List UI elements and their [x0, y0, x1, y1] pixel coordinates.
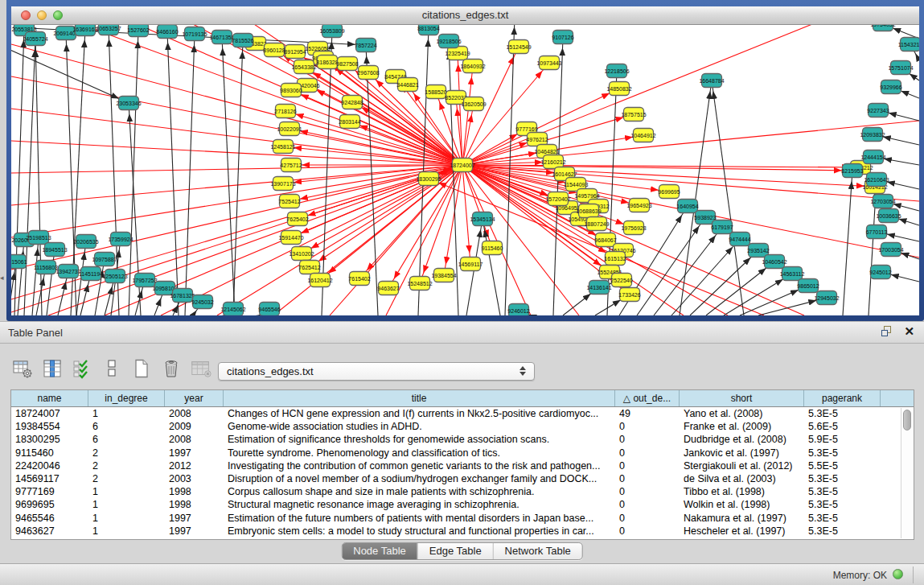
- graph-node[interactable]: 9246012: [507, 304, 529, 316]
- tab-network-table[interactable]: Network Table: [494, 543, 582, 559]
- graph-node[interactable]: 9329966: [880, 80, 901, 94]
- table-row[interactable]: 946362711997Embryonic stem cells: a mode…: [11, 525, 914, 538]
- graph-node[interactable]: 4275712: [280, 159, 302, 172]
- graph-node[interactable]: 9107126: [552, 31, 573, 44]
- graph-node[interactable]: 15914470: [278, 231, 303, 245]
- graph-node[interactable]: 9827508: [336, 57, 358, 71]
- table-cell-name[interactable]: 9777169: [11, 485, 88, 498]
- graph-node[interactable]: 9699695: [658, 185, 680, 199]
- minimize-window-icon[interactable]: [37, 10, 47, 20]
- column-header-out_degree[interactable]: △ out_de...: [615, 390, 680, 406]
- graph-node[interactable]: 8215953: [841, 164, 863, 178]
- table-cell-in_degree[interactable]: 6: [88, 433, 165, 446]
- table-cell-short[interactable]: Tibbo et al. (1998): [680, 485, 804, 498]
- graph-node[interactable]: 10688639: [576, 204, 601, 218]
- graph-node[interactable]: 16053809: [319, 25, 344, 38]
- graph-node[interactable]: 9245032: [191, 295, 213, 309]
- graph-node[interactable]: 9115460: [482, 241, 503, 255]
- graph-node[interactable]: 13410202: [289, 247, 314, 261]
- graph-node[interactable]: 14569117: [458, 257, 483, 271]
- table-cell-name[interactable]: 9465546: [11, 512, 88, 525]
- table-cell-short[interactable]: Dudbridge et al. (2008): [680, 433, 804, 446]
- graph-node[interactable]: 7857224: [355, 39, 376, 52]
- table-cell-pagerank[interactable]: 5.3E-5: [804, 447, 881, 459]
- graph-node[interactable]: 19754032: [870, 25, 895, 31]
- table-row[interactable]: 946554611997Estimation of the future num…: [11, 512, 914, 525]
- graph-node[interactable]: 19384554: [431, 269, 456, 282]
- table-cell-title[interactable]: Estimation of the future numbers of pati…: [224, 512, 615, 525]
- table-cell-year[interactable]: 1997: [165, 525, 224, 538]
- graph-node[interactable]: 15720407: [545, 192, 570, 206]
- graph-node[interactable]: 16543382: [291, 60, 316, 74]
- table-cell-short[interactable]: Jankovic et al. (1997): [680, 447, 804, 459]
- table-cell-title[interactable]: Investigating the contribution of common…: [224, 459, 615, 472]
- graph-node[interactable]: 3446821: [396, 78, 418, 92]
- graph-node[interactable]: 12093832: [860, 128, 885, 142]
- table-row[interactable]: 911546021997Tourette syndrome. Phenomeno…: [11, 447, 914, 459]
- vertical-scrollbar[interactable]: [901, 408, 913, 538]
- table-cell-name[interactable]: 22420046: [11, 459, 88, 472]
- graph-node[interactable]: 1588520: [425, 85, 446, 99]
- graph-node[interactable]: 15345134: [470, 212, 495, 226]
- table-cell-title[interactable]: Tourette syndrome. Phenomenology and cla…: [224, 447, 615, 459]
- clear-selection-button[interactable]: [101, 357, 123, 380]
- table-cell-year[interactable]: 1998: [165, 498, 224, 511]
- network-canvas[interactable]: 1872400718300295766382289601288912954152…: [11, 25, 919, 315]
- graph-node[interactable]: 7625402: [286, 212, 308, 226]
- table-cell-out_degree[interactable]: 0: [615, 512, 680, 525]
- table-cell-name[interactable]: 14569117: [11, 472, 88, 485]
- table-cell-year[interactable]: 1997: [165, 447, 224, 459]
- graph-node[interactable]: 10653257: [96, 25, 121, 35]
- graph-node[interactable]: 9474444: [729, 233, 750, 246]
- graph-node[interactable]: 2803144: [339, 115, 360, 129]
- graph-node[interactable]: 16120412: [307, 274, 332, 287]
- tab-edge-table[interactable]: Edge Table: [418, 543, 494, 559]
- graph-node[interactable]: 11156803: [34, 261, 58, 274]
- table-cell-out_degree[interactable]: 0: [615, 472, 680, 485]
- table-cell-name[interactable]: 9463627: [11, 525, 88, 538]
- graph-node[interactable]: 18807249: [584, 217, 609, 231]
- graph-node[interactable]: 10464912: [630, 129, 655, 142]
- table-cell-short[interactable]: Yano et al. (2008): [680, 407, 804, 420]
- graph-node[interactable]: 12458121: [270, 140, 295, 154]
- table-cell-short[interactable]: de Silva et al. (2003): [680, 472, 804, 485]
- table-selector-dropdown[interactable]: citations_edges.txt: [218, 362, 535, 381]
- table-cell-out_degree[interactable]: 0: [615, 433, 680, 446]
- graph-node[interactable]: 18724007: [450, 159, 474, 172]
- graph-node[interactable]: 9242848: [341, 96, 363, 109]
- table-cell-year[interactable]: 1997: [165, 512, 224, 525]
- graph-node[interactable]: 12218506: [604, 64, 629, 78]
- table-cell-title[interactable]: Changes of HCN gene expression and I(f) …: [224, 407, 615, 420]
- table-cell-title[interactable]: Embryonic stem cells: a model to study s…: [224, 525, 615, 538]
- table-cell-out_degree[interactable]: 0: [615, 485, 680, 498]
- graph-node[interactable]: 8466160: [156, 25, 178, 39]
- network-window-titlebar[interactable]: citations_edges.txt: [11, 6, 919, 25]
- table-cell-in_degree[interactable]: 2: [88, 459, 165, 472]
- graph-node[interactable]: 8186328: [316, 56, 338, 69]
- graph-node[interactable]: 8960128: [263, 43, 285, 57]
- close-panel-icon[interactable]: ✕: [904, 326, 914, 337]
- graph-node[interactable]: 15751074: [888, 61, 913, 75]
- column-header-short[interactable]: short: [680, 390, 804, 406]
- graph-node[interactable]: 9227343: [867, 104, 889, 117]
- graph-node[interactable]: 16210643: [864, 173, 889, 187]
- column-header-in_degree[interactable]: in_degree: [88, 390, 165, 406]
- table-cell-out_degree[interactable]: 0: [615, 498, 680, 511]
- column-header-name[interactable]: name: [11, 390, 88, 406]
- table-cell-out_degree[interactable]: 0: [615, 525, 680, 538]
- graph-node[interactable]: 13907173: [270, 177, 295, 191]
- set-values-button[interactable]: [71, 357, 93, 380]
- new-table-button[interactable]: [130, 357, 153, 380]
- graph-node[interactable]: 16369163: [72, 25, 97, 36]
- table-cell-name[interactable]: 18724007: [11, 407, 88, 420]
- table-cell-pagerank[interactable]: 5.3E-5: [804, 472, 881, 485]
- graph-node[interactable]: 19218506: [436, 35, 461, 48]
- table-cell-in_degree[interactable]: 2: [88, 472, 165, 485]
- graph-node[interactable]: 9893060: [280, 84, 302, 97]
- tab-node-table[interactable]: Node Table: [342, 543, 418, 559]
- graph-node[interactable]: 24055724: [23, 32, 47, 46]
- graph-node[interactable]: 1615132: [604, 252, 626, 266]
- graph-node[interactable]: 7525412: [278, 195, 300, 208]
- table-row[interactable]: 1456911722003Disruption of a novel membe…: [11, 472, 914, 485]
- network-graph[interactable]: 1872400718300295766382289601288912954152…: [11, 25, 919, 315]
